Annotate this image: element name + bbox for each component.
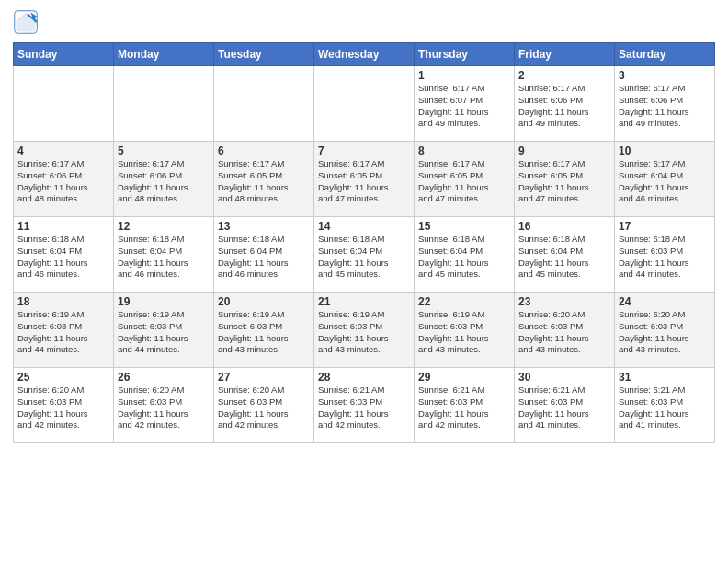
logo-icon xyxy=(13,9,39,35)
day-number: 21 xyxy=(318,295,410,308)
day-info: Sunrise: 6:21 AM Sunset: 6:03 PM Dayligh… xyxy=(318,385,410,431)
day-number: 1 xyxy=(418,69,510,82)
day-number: 3 xyxy=(619,69,711,82)
day-info: Sunrise: 6:19 AM Sunset: 6:03 PM Dayligh… xyxy=(118,309,210,356)
day-number: 15 xyxy=(418,220,510,233)
day-cell: 25Sunrise: 6:20 AM Sunset: 6:03 PM Dayli… xyxy=(14,368,114,443)
day-info: Sunrise: 6:17 AM Sunset: 6:07 PM Dayligh… xyxy=(418,83,510,130)
day-cell: 5Sunrise: 6:17 AM Sunset: 6:06 PM Daylig… xyxy=(114,142,214,217)
week-row-2: 4Sunrise: 6:17 AM Sunset: 6:06 PM Daylig… xyxy=(14,142,715,217)
day-info: Sunrise: 6:17 AM Sunset: 6:06 PM Dayligh… xyxy=(118,158,210,205)
day-number: 4 xyxy=(17,144,109,157)
day-number: 11 xyxy=(17,220,109,233)
day-info: Sunrise: 6:17 AM Sunset: 6:06 PM Dayligh… xyxy=(518,83,610,130)
day-number: 29 xyxy=(418,371,510,384)
day-cell: 15Sunrise: 6:18 AM Sunset: 6:04 PM Dayli… xyxy=(415,217,515,293)
day-cell: 14Sunrise: 6:18 AM Sunset: 6:04 PM Dayli… xyxy=(314,217,415,293)
day-number: 14 xyxy=(318,220,410,233)
day-cell: 28Sunrise: 6:21 AM Sunset: 6:03 PM Dayli… xyxy=(314,368,415,443)
page-header xyxy=(13,9,715,35)
day-info: Sunrise: 6:17 AM Sunset: 6:06 PM Dayligh… xyxy=(619,83,711,130)
day-info: Sunrise: 6:21 AM Sunset: 6:03 PM Dayligh… xyxy=(619,385,711,431)
day-cell xyxy=(114,66,214,142)
day-cell: 27Sunrise: 6:20 AM Sunset: 6:03 PM Dayli… xyxy=(214,368,314,443)
day-number: 30 xyxy=(518,371,610,384)
day-cell: 8Sunrise: 6:17 AM Sunset: 6:05 PM Daylig… xyxy=(415,142,515,217)
day-info: Sunrise: 6:18 AM Sunset: 6:04 PM Dayligh… xyxy=(318,234,410,281)
day-cell: 22Sunrise: 6:19 AM Sunset: 6:03 PM Dayli… xyxy=(415,293,515,368)
day-info: Sunrise: 6:20 AM Sunset: 6:03 PM Dayligh… xyxy=(619,309,711,356)
day-cell: 7Sunrise: 6:17 AM Sunset: 6:05 PM Daylig… xyxy=(314,142,415,217)
week-row-5: 25Sunrise: 6:20 AM Sunset: 6:03 PM Dayli… xyxy=(14,368,715,443)
calendar-table: SundayMondayTuesdayWednesdayThursdayFrid… xyxy=(13,42,715,443)
day-info: Sunrise: 6:19 AM Sunset: 6:03 PM Dayligh… xyxy=(218,309,310,356)
day-number: 13 xyxy=(218,220,310,233)
day-number: 5 xyxy=(118,144,210,157)
day-cell: 30Sunrise: 6:21 AM Sunset: 6:03 PM Dayli… xyxy=(515,368,615,443)
day-info: Sunrise: 6:18 AM Sunset: 6:03 PM Dayligh… xyxy=(619,234,711,281)
week-row-4: 18Sunrise: 6:19 AM Sunset: 6:03 PM Dayli… xyxy=(14,293,715,368)
day-info: Sunrise: 6:17 AM Sunset: 6:05 PM Dayligh… xyxy=(518,158,610,205)
day-cell: 12Sunrise: 6:18 AM Sunset: 6:04 PM Dayli… xyxy=(114,217,214,293)
week-row-3: 11Sunrise: 6:18 AM Sunset: 6:04 PM Dayli… xyxy=(14,217,715,293)
day-number: 12 xyxy=(118,220,210,233)
day-number: 6 xyxy=(218,144,310,157)
day-info: Sunrise: 6:19 AM Sunset: 6:03 PM Dayligh… xyxy=(318,309,410,356)
day-number: 18 xyxy=(17,295,109,308)
day-cell xyxy=(214,66,314,142)
weekday-wednesday: Wednesday xyxy=(314,43,415,66)
day-info: Sunrise: 6:17 AM Sunset: 6:05 PM Dayligh… xyxy=(218,158,310,205)
weekday-monday: Monday xyxy=(114,43,214,66)
calendar-page: SundayMondayTuesdayWednesdayThursdayFrid… xyxy=(0,0,728,563)
day-info: Sunrise: 6:20 AM Sunset: 6:03 PM Dayligh… xyxy=(518,309,610,356)
logo xyxy=(13,9,42,35)
day-number: 8 xyxy=(418,144,510,157)
day-cell: 4Sunrise: 6:17 AM Sunset: 6:06 PM Daylig… xyxy=(14,142,114,217)
weekday-tuesday: Tuesday xyxy=(214,43,314,66)
day-cell: 21Sunrise: 6:19 AM Sunset: 6:03 PM Dayli… xyxy=(314,293,415,368)
day-info: Sunrise: 6:18 AM Sunset: 6:04 PM Dayligh… xyxy=(118,234,210,281)
day-cell: 31Sunrise: 6:21 AM Sunset: 6:03 PM Dayli… xyxy=(615,368,715,443)
day-info: Sunrise: 6:17 AM Sunset: 6:05 PM Dayligh… xyxy=(318,158,410,205)
weekday-header-row: SundayMondayTuesdayWednesdayThursdayFrid… xyxy=(14,43,715,66)
day-cell: 26Sunrise: 6:20 AM Sunset: 6:03 PM Dayli… xyxy=(114,368,214,443)
day-info: Sunrise: 6:17 AM Sunset: 6:04 PM Dayligh… xyxy=(619,158,711,205)
day-number: 2 xyxy=(518,69,610,82)
day-info: Sunrise: 6:20 AM Sunset: 6:03 PM Dayligh… xyxy=(17,385,109,431)
day-cell: 3Sunrise: 6:17 AM Sunset: 6:06 PM Daylig… xyxy=(615,66,715,142)
weekday-sunday: Sunday xyxy=(14,43,114,66)
day-cell: 1Sunrise: 6:17 AM Sunset: 6:07 PM Daylig… xyxy=(415,66,515,142)
day-number: 9 xyxy=(518,144,610,157)
day-number: 28 xyxy=(318,371,410,384)
day-info: Sunrise: 6:17 AM Sunset: 6:06 PM Dayligh… xyxy=(17,158,109,205)
day-info: Sunrise: 6:18 AM Sunset: 6:04 PM Dayligh… xyxy=(418,234,510,281)
day-info: Sunrise: 6:18 AM Sunset: 6:04 PM Dayligh… xyxy=(518,234,610,281)
day-number: 20 xyxy=(218,295,310,308)
day-number: 17 xyxy=(619,220,711,233)
day-cell: 29Sunrise: 6:21 AM Sunset: 6:03 PM Dayli… xyxy=(415,368,515,443)
day-info: Sunrise: 6:18 AM Sunset: 6:04 PM Dayligh… xyxy=(218,234,310,281)
day-cell: 10Sunrise: 6:17 AM Sunset: 6:04 PM Dayli… xyxy=(615,142,715,217)
day-cell: 18Sunrise: 6:19 AM Sunset: 6:03 PM Dayli… xyxy=(14,293,114,368)
day-number: 23 xyxy=(518,295,610,308)
day-info: Sunrise: 6:18 AM Sunset: 6:04 PM Dayligh… xyxy=(17,234,109,281)
day-info: Sunrise: 6:21 AM Sunset: 6:03 PM Dayligh… xyxy=(518,385,610,431)
day-cell: 20Sunrise: 6:19 AM Sunset: 6:03 PM Dayli… xyxy=(214,293,314,368)
day-info: Sunrise: 6:20 AM Sunset: 6:03 PM Dayligh… xyxy=(118,385,210,431)
day-info: Sunrise: 6:19 AM Sunset: 6:03 PM Dayligh… xyxy=(17,309,109,356)
weekday-thursday: Thursday xyxy=(415,43,515,66)
day-cell xyxy=(14,66,114,142)
weekday-friday: Friday xyxy=(515,43,615,66)
weekday-saturday: Saturday xyxy=(615,43,715,66)
day-number: 10 xyxy=(619,144,711,157)
day-info: Sunrise: 6:19 AM Sunset: 6:03 PM Dayligh… xyxy=(418,309,510,356)
week-row-1: 1Sunrise: 6:17 AM Sunset: 6:07 PM Daylig… xyxy=(14,66,715,142)
day-cell: 17Sunrise: 6:18 AM Sunset: 6:03 PM Dayli… xyxy=(615,217,715,293)
day-cell: 11Sunrise: 6:18 AM Sunset: 6:04 PM Dayli… xyxy=(14,217,114,293)
day-number: 31 xyxy=(619,371,711,384)
day-number: 7 xyxy=(318,144,410,157)
day-info: Sunrise: 6:21 AM Sunset: 6:03 PM Dayligh… xyxy=(418,385,510,431)
day-number: 19 xyxy=(118,295,210,308)
day-cell xyxy=(314,66,415,142)
day-cell: 13Sunrise: 6:18 AM Sunset: 6:04 PM Dayli… xyxy=(214,217,314,293)
